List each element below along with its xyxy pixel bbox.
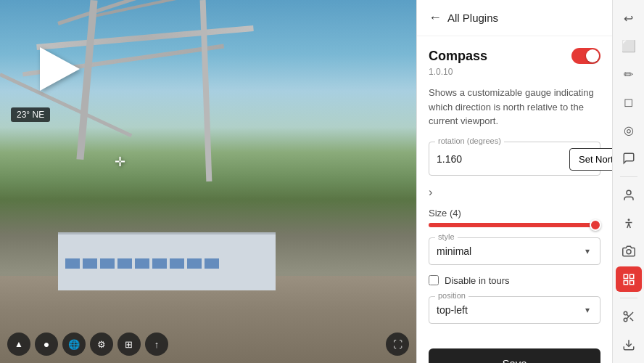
scissors-icon[interactable] [616, 304, 642, 330]
target-icon[interactable]: ◎ [616, 118, 642, 143]
chat-icon[interactable] [616, 146, 642, 171]
svg-line-10 [629, 318, 632, 321]
settings-button[interactable]: ⚙ [90, 333, 113, 356]
play-button[interactable] [40, 47, 80, 91]
user-icon[interactable] [616, 183, 642, 208]
right-sidebar: ↩ ⬜ ✏ ◻ ◎ [612, 0, 644, 363]
expand-icon: ⛶ [393, 339, 402, 350]
size-field-group: Size (4) [429, 208, 600, 227]
plugin-section: Compass 1.0.10 Shows a customizable gaug… [417, 36, 612, 346]
style-fieldset: style minimal standard full ▾ [429, 237, 600, 265]
slider-fill [429, 223, 600, 227]
svg-line-11 [627, 314, 629, 317]
bottom-toolbar: ▲ ● 🌐 ⚙ ⊞ ↑ ⛶ [7, 333, 409, 356]
divider-2 [620, 298, 637, 298]
camera-icon[interactable] [616, 239, 642, 264]
toggle-knob [586, 49, 599, 62]
plugin-version: 1.0.10 [429, 67, 600, 77]
style-select[interactable]: minimal standard full [432, 241, 597, 261]
rotation-fieldset: rotation (degrees) Set North [429, 142, 600, 176]
rotation-label: rotation (degrees) [435, 136, 504, 145]
disable-tours-label[interactable]: Disable in tours [445, 275, 510, 286]
plugin-name: Compass [429, 49, 487, 64]
page-icon[interactable]: ⬜ [616, 34, 642, 60]
plugin-toggle[interactable] [571, 48, 600, 64]
set-north-button[interactable]: Set North [569, 148, 612, 171]
disable-tours-row: Disable in tours [429, 275, 600, 286]
style-label: style [435, 232, 458, 241]
svg-rect-6 [624, 280, 627, 284]
layers-icon: ⊞ [125, 339, 133, 350]
toggle-button[interactable]: ▲ [7, 333, 30, 356]
divider-1 [620, 176, 637, 177]
panorama-button[interactable]: ● [35, 333, 58, 356]
position-field-group: position top-left top-right bottom-left … [429, 296, 600, 324]
toolbar-left: ▲ ● 🌐 ⚙ ⊞ ↑ [7, 333, 168, 356]
panorama-viewport[interactable]: 23° NE ✛ ▲ ● 🌐 ⚙ ⊞ ↑ ⛶ [0, 0, 416, 363]
svg-point-0 [627, 190, 631, 195]
share-icon: ↑ [154, 339, 160, 350]
chevron-right-icon: › [429, 186, 432, 199]
undo-icon[interactable]: ↩ [616, 6, 642, 31]
svg-point-1 [628, 219, 629, 221]
fullscreen-button[interactable]: ⛶ [386, 333, 409, 356]
svg-point-8 [624, 318, 627, 322]
size-label: Size (4) [429, 208, 600, 219]
compass-badge: 23° NE [11, 107, 50, 122]
svg-rect-4 [629, 274, 633, 278]
building-windows [65, 258, 219, 269]
accessibility-icon[interactable] [616, 211, 642, 236]
collapse-section[interactable]: › [429, 186, 600, 199]
layers-button[interactable]: ⊞ [117, 333, 141, 356]
position-label: position [435, 291, 468, 300]
style-field-group: style minimal standard full ▾ [429, 237, 600, 265]
rotation-row: Set North [437, 148, 593, 171]
panel-title: All Plugins [447, 12, 498, 24]
position-fieldset: position top-left top-right bottom-left … [429, 296, 600, 324]
circle-icon: ● [44, 338, 49, 350]
position-select-wrapper: top-left top-right bottom-left bottom-ri… [432, 300, 597, 320]
save-button[interactable]: Save [429, 348, 600, 364]
download-icon[interactable] [616, 332, 642, 357]
svg-point-7 [624, 311, 627, 315]
svg-rect-3 [624, 274, 627, 278]
svg-point-2 [627, 250, 631, 254]
panel-header: ← All Plugins [417, 0, 612, 36]
slider-thumb [590, 219, 601, 231]
toolbar-right: ⛶ [386, 333, 409, 356]
style-select-wrapper: minimal standard full ▾ [432, 241, 597, 261]
globe-icon: 🌐 [68, 339, 80, 350]
position-select[interactable]: top-left top-right bottom-left bottom-ri… [432, 300, 597, 320]
rotation-input[interactable] [437, 152, 564, 166]
settings-panel: ← All Plugins Compass 1.0.10 Shows a cus… [416, 0, 612, 363]
chevron-up-icon: ▲ [15, 339, 23, 349]
nav-arrow[interactable]: ✛ [115, 154, 125, 170]
plugins-icon[interactable] [616, 266, 642, 292]
size-slider[interactable] [429, 223, 600, 227]
plugin-description: Shows a customizable gauge indicating wh… [429, 86, 600, 129]
disable-tours-checkbox[interactable] [429, 275, 439, 285]
plugin-name-row: Compass [429, 48, 600, 64]
rotation-field-group: rotation (degrees) Set North [429, 142, 600, 176]
beam-vertical-2 [200, 0, 212, 182]
pencil-icon[interactable]: ✏ [616, 62, 642, 87]
globe-button[interactable]: 🌐 [62, 333, 86, 356]
hotspot-icon[interactable]: ◻ [616, 90, 642, 115]
gear-icon: ⚙ [97, 339, 106, 350]
svg-rect-5 [629, 280, 633, 284]
share-button[interactable]: ↑ [145, 333, 168, 356]
back-button[interactable]: ← [429, 10, 442, 25]
